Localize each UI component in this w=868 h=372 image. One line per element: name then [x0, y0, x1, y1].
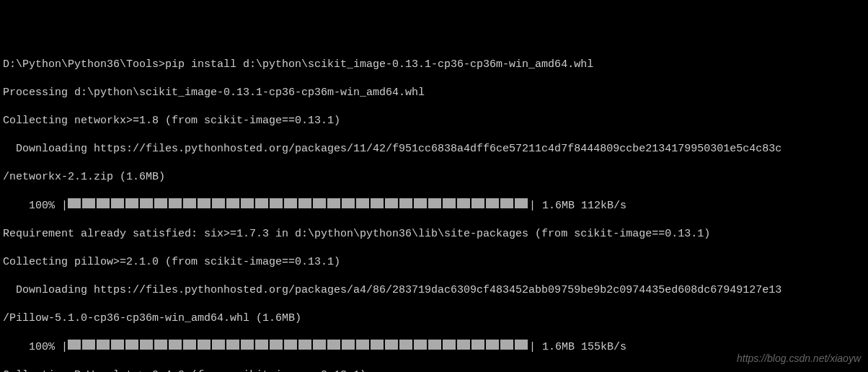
progress-stats-1: | 1.6MB 112kB/s: [529, 200, 626, 212]
output-req-six: Requirement already satisfied: six>=1.7.…: [3, 227, 865, 242]
output-collect-networkx: Collecting networkx>=1.8 (from scikit-im…: [3, 114, 865, 128]
output-collect-pillow: Collecting pillow>=2.1.0 (from scikit-im…: [3, 255, 865, 270]
progress-label-2: 100% |: [3, 341, 68, 353]
progress-bar-2: [68, 340, 529, 355]
progress-line-1: 100% || 1.6MB 112kB/s: [3, 198, 865, 213]
watermark-text: https://blog.csdn.net/xiaoyw: [737, 352, 861, 365]
output-processing: Processing d:\python\scikit_image-0.13.1…: [3, 86, 865, 100]
progress-line-2: 100% || 1.6MB 155kB/s: [3, 340, 865, 355]
progress-label-1: 100% |: [3, 200, 68, 212]
output-collect-pywavelets: Collecting PyWavelets>=0.4.0 (from sciki…: [3, 368, 865, 372]
output-download-pillow: Downloading https://files.pythonhosted.o…: [3, 283, 865, 298]
output-download-networkx: Downloading https://files.pythonhosted.o…: [3, 142, 865, 156]
output-networkx-file: /networkx-2.1.zip (1.6MB): [3, 170, 865, 185]
output-pillow-file: /Pillow-5.1.0-cp36-cp36m-win_amd64.whl (…: [3, 311, 865, 326]
command-line: D:\Python\Python36\Tools>pip install d:\…: [3, 58, 865, 72]
progress-bar-1: [68, 198, 529, 213]
progress-stats-2: | 1.6MB 155kB/s: [529, 341, 626, 353]
